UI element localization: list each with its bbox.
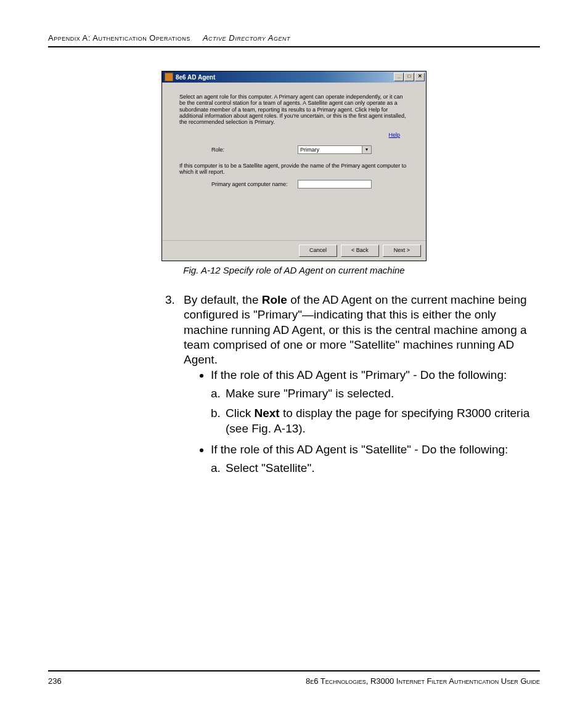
footer-right: 8e6 Technologies, R3000 Internet Filter … [306, 676, 540, 686]
close-button[interactable]: ✕ [415, 73, 425, 81]
satellite-note: If this computer is to be a Satellite ag… [179, 163, 409, 175]
list-number: 3. [165, 293, 184, 482]
dialog-description: Select an agent role for this computer. … [179, 94, 409, 126]
primary-name-label: Primary agent computer name: [211, 181, 298, 187]
header-right: Active Directory Agent [203, 33, 290, 43]
window-controls: _ □ ✕ [394, 73, 426, 81]
b1b-pre: Click [226, 407, 254, 420]
figure-caption: Fig. A-12 Specify role of AD Agent on cu… [48, 265, 540, 275]
list-content: By default, the Role of the AD Agent on … [184, 293, 540, 482]
dialog-footer: Cancel < Back Next > [162, 240, 426, 261]
para-pre: By default, the [184, 293, 262, 306]
running-header: Appendix A: Authentication Operations Ac… [48, 33, 540, 47]
back-button[interactable]: < Back [341, 245, 379, 257]
next-button[interactable]: Next > [383, 245, 421, 257]
sub-a-text: Make sure "Primary" is selected. [226, 386, 540, 401]
primary-name-input[interactable] [298, 180, 372, 189]
help-link[interactable]: Help [179, 132, 400, 138]
minimize-button[interactable]: _ [394, 73, 404, 81]
role-row: Role: Primary ▼ [211, 145, 409, 154]
dialog-window: 8e6 AD Agent _ □ ✕ Select an agent role … [161, 71, 427, 261]
dialog-title: 8e6 AD Agent [176, 74, 215, 81]
dialog-titlebar: 8e6 AD Agent _ □ ✕ [162, 71, 426, 83]
sub-letter: a. [211, 461, 226, 476]
page-footer: 236 8e6 Technologies, R3000 Internet Fil… [48, 670, 540, 686]
primary-name-row: Primary agent computer name: [211, 180, 409, 189]
maximize-button[interactable]: □ [404, 73, 414, 81]
sub-letter: b. [211, 406, 226, 436]
b1b-bold: Next [254, 407, 279, 420]
bullet1-text: If the role of this AD Agent is "Primary… [211, 368, 507, 381]
document-page: Appendix A: Authentication Operations Ac… [0, 0, 588, 714]
role-value: Primary [298, 146, 362, 153]
bullet-item-satellite: If the role of this AD Agent is "Satelli… [211, 442, 540, 476]
chevron-down-icon: ▼ [362, 146, 371, 153]
sub-letter: a. [211, 386, 226, 401]
sub-b-text: Click Next to display the page for speci… [226, 406, 540, 436]
bullet2-text: If the role of this AD Agent is "Satelli… [211, 443, 508, 456]
sub-list: a. Select "Satellite". [211, 461, 540, 476]
body-text: 3. By default, the Role of the AD Agent … [165, 293, 540, 482]
sub-list: a. Make sure "Primary" is selected. b. C… [211, 386, 540, 436]
cancel-button[interactable]: Cancel [299, 245, 337, 257]
bullet-list: If the role of this AD Agent is "Primary… [184, 368, 540, 476]
app-icon [165, 73, 173, 81]
ordered-list-item: 3. By default, the Role of the AD Agent … [165, 293, 540, 482]
para-bold-role: Role [262, 293, 287, 306]
role-combobox[interactable]: Primary ▼ [298, 145, 372, 154]
bullet-item-primary: If the role of this AD Agent is "Primary… [211, 368, 540, 436]
header-left: Appendix A: Authentication Operations [48, 33, 190, 43]
page-number: 236 [48, 676, 62, 686]
sub-a2-text: Select "Satellite". [226, 461, 540, 476]
role-label: Role: [211, 147, 298, 153]
dialog-body: Select an agent role for this computer. … [162, 83, 426, 240]
